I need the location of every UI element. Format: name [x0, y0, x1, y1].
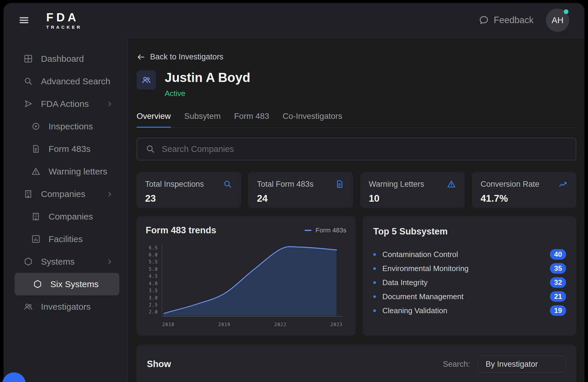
search-filter-dropdown[interactable]: By Investigator: [478, 356, 566, 373]
app-logo[interactable]: FDA TRACKER: [46, 11, 82, 29]
stat-value: 41.7%: [481, 193, 568, 204]
subsystem-label: Cleaning Validation: [382, 306, 447, 315]
sidebar-item-label: Systems: [41, 257, 75, 267]
svg-text:2018: 2018: [162, 322, 174, 327]
svg-text:2022: 2022: [274, 322, 287, 327]
svg-text:2.5: 2.5: [149, 302, 158, 308]
search-input[interactable]: [162, 144, 568, 154]
sidebar-item-label: Investigators: [41, 302, 91, 312]
main-content: Back to Investigators Justin A Boyd Acti…: [128, 37, 584, 382]
sidebar-item-label: Companies: [49, 212, 93, 222]
sidebar-item-advanced-search[interactable]: Advanced Search: [4, 70, 128, 92]
chevron-right-icon: [106, 258, 114, 265]
sidebar-item-facilities[interactable]: Facilities: [4, 228, 128, 250]
count-badge[interactable]: 40: [550, 249, 566, 260]
sidebar-item-label: Dashboard: [41, 54, 84, 64]
stat-warning-letters[interactable]: Warning Letters 10: [360, 172, 465, 208]
people-icon: [141, 75, 151, 85]
stat-value: 10: [369, 193, 456, 204]
svg-text:3.5: 3.5: [149, 288, 158, 293]
topbar: FDA TRACKER Feedback AH: [4, 3, 584, 37]
chevron-right-icon: [106, 190, 114, 198]
stat-total-inspections[interactable]: Total Inspections 23: [137, 172, 241, 208]
bullet-dot-icon: [373, 267, 376, 270]
tab-form-483[interactable]: Form 483: [234, 112, 269, 127]
show-label: Show: [147, 359, 171, 369]
list-item: Data Integrity 32: [373, 275, 566, 290]
stat-value: 24: [257, 193, 344, 204]
people-icon: [23, 302, 33, 311]
chat-bubble-icon: [479, 15, 489, 25]
facilities-table-card: Show Search: By Investigator Facility Na…: [137, 345, 576, 382]
sidebar-item-label: Inspections: [49, 121, 93, 131]
svg-text:2019: 2019: [218, 322, 231, 327]
stat-label: Warning Letters: [369, 180, 424, 189]
count-badge[interactable]: 32: [550, 277, 566, 288]
hexagon-icon: [33, 279, 42, 289]
page-title: Justin A Boyd: [165, 70, 250, 85]
building-icon: [23, 189, 33, 199]
count-badge[interactable]: 21: [550, 291, 566, 302]
avatar-initials: AH: [552, 16, 563, 25]
list-item: Environmental Monitoring 35: [373, 261, 566, 275]
tab-subsystem[interactable]: Subsytem: [184, 112, 221, 127]
document-icon: [335, 179, 344, 189]
count-badge[interactable]: 35: [550, 263, 566, 274]
bullet-dot-icon: [373, 295, 376, 298]
stat-label: Total Inspections: [145, 180, 204, 189]
sidebar-item-companies-group[interactable]: Companies: [4, 183, 128, 205]
legend-label: Form 483s: [316, 227, 346, 234]
count-badge[interactable]: 19: [550, 305, 566, 316]
sidebar-item-label: Companies: [41, 189, 85, 199]
feedback-label: Feedback: [494, 15, 534, 25]
stat-total-form-483s[interactable]: Total Form 483s 24: [248, 172, 353, 208]
subsystem-label: Document Management: [382, 292, 463, 301]
sidebar-item-label: Form 483s: [49, 144, 90, 154]
legend-line-swatch: [305, 230, 312, 231]
svg-text:2023: 2023: [330, 322, 343, 327]
stat-conversion-rate[interactable]: Conversion Rate 41.7%: [472, 172, 576, 208]
sidebar-item-companies[interactable]: Companies: [4, 205, 128, 228]
warning-triangle-icon: [447, 179, 456, 189]
sidebar-item-six-systems[interactable]: Six Systems: [15, 273, 119, 295]
back-arrow-icon: [137, 53, 145, 61]
back-link[interactable]: Back to Investigators: [137, 52, 223, 61]
svg-text:5.5: 5.5: [149, 259, 158, 265]
sidebar-item-fda-actions[interactable]: FDA Actions: [4, 92, 128, 115]
feedback-button[interactable]: Feedback: [479, 15, 534, 25]
search-icon: [223, 179, 232, 189]
app-window: FDA TRACKER Feedback AH Dashboard Advanc…: [4, 3, 584, 382]
tab-bar: Overview Subsytem Form 483 Co-Investigat…: [137, 112, 576, 128]
svg-text:4.5: 4.5: [149, 274, 158, 279]
document-icon: [31, 144, 41, 154]
topbar-right: Feedback AH: [479, 8, 569, 32]
form-483-trend-chart[interactable]: 2.02.53.03.54.04.55.05.56.06.52018201920…: [146, 237, 346, 333]
bullet-dot-icon: [373, 281, 376, 284]
chart-legend: Form 483s: [305, 227, 346, 234]
bullet-dot-icon: [373, 253, 376, 256]
investigator-header: Justin A Boyd Active: [137, 70, 576, 98]
sidebar-item-form-483s[interactable]: Form 483s: [4, 138, 128, 160]
search-by-label: Search:: [443, 360, 470, 369]
hamburger-menu-icon[interactable]: [18, 14, 30, 26]
sidebar-item-label: Warning letters: [49, 167, 107, 177]
send-icon: [23, 99, 33, 109]
sidebar-item-dashboard[interactable]: Dashboard: [4, 47, 128, 70]
company-search: [137, 138, 576, 160]
sidebar-item-systems[interactable]: Systems: [4, 250, 128, 273]
user-avatar[interactable]: AH: [546, 8, 569, 32]
sidebar-item-label: Advanced Search: [41, 76, 110, 86]
subsystem-title: Top 5 Subsystem: [373, 226, 566, 237]
building-icon: [31, 212, 41, 221]
sidebar-item-warning-letters[interactable]: Warning letters: [4, 160, 128, 183]
logo-secondary: TRACKER: [46, 25, 82, 29]
sidebar-item-label: Facilities: [49, 234, 83, 244]
tab-co-investigators[interactable]: Co-Investigators: [283, 112, 342, 127]
stat-label: Total Form 483s: [257, 180, 314, 189]
tab-overview[interactable]: Overview: [137, 112, 171, 128]
subsystem-label: Contamination Control: [382, 250, 458, 259]
chevron-right-icon: [106, 100, 114, 108]
sidebar-item-inspections[interactable]: Inspections: [4, 115, 128, 138]
sidebar-item-investigators[interactable]: Investigators: [4, 295, 128, 318]
top-subsystem-card: Top 5 Subsystem Contamination Control 40…: [363, 216, 576, 335]
